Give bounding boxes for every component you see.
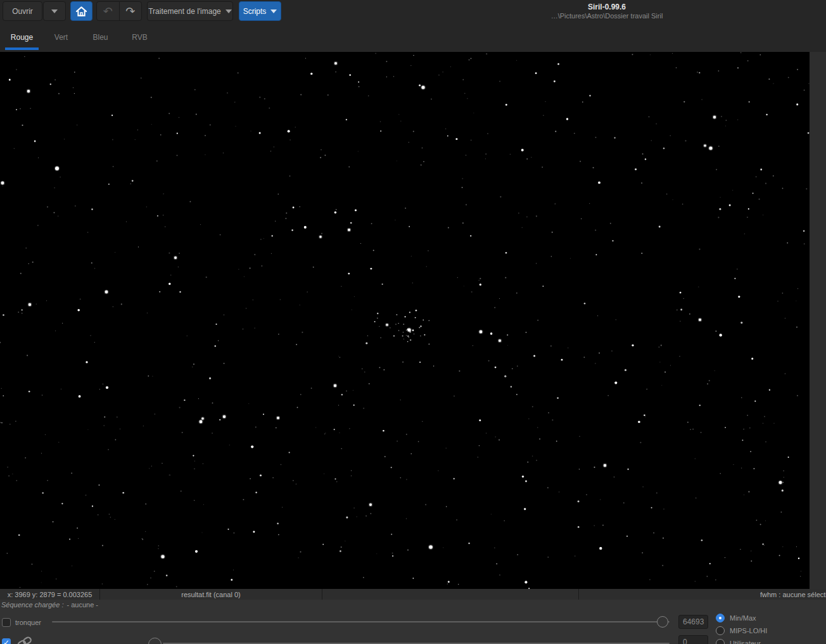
open-button-label: Ouvrir: [12, 7, 33, 16]
user-radio[interactable]: [716, 639, 725, 644]
cursor-position-status: x: 3969 y: 2879 = 0.003265: [0, 589, 99, 600]
hi-value-input[interactable]: 64693: [678, 615, 708, 629]
tab-bleu[interactable]: Bleu: [86, 23, 115, 52]
tab-rouge[interactable]: Rouge: [5, 23, 39, 52]
app-title: Siril-0.99.6: [512, 3, 702, 11]
tab-bleu-label: Bleu: [92, 33, 108, 42]
lo-value-text: 0: [683, 638, 687, 644]
tab-rouge-label: Rouge: [11, 33, 33, 42]
undo-button[interactable]: ↶: [97, 2, 119, 20]
sequence-value: - aucune -: [67, 601, 98, 609]
channel-tabbar: Rouge Vert Bleu RVB: [0, 23, 826, 52]
tab-rvb[interactable]: RVB: [125, 23, 154, 52]
filename-status: resultat.fit (canal 0): [100, 589, 322, 600]
active-tab-underline: [5, 47, 39, 50]
mips-radio[interactable]: [716, 626, 725, 635]
window-title-block: Siril-0.99.6 …\Pictures\Astro\Dossier tr…: [512, 3, 702, 20]
redo-button[interactable]: ↷: [120, 2, 142, 20]
hi-value-text: 64693: [683, 617, 704, 626]
display-controls: tronquer 64693 Min/Max MIPS-LO/HI Auto a…: [0, 610, 826, 644]
fwhm-status: fwhm : aucune sélection: [760, 589, 826, 600]
undo-redo-group: ↶ ↷: [96, 1, 142, 21]
check-icon: ✓: [3, 638, 10, 644]
working-directory: …\Pictures\Astro\Dossier travail Siril: [512, 12, 702, 20]
statusbar: x: 3969 y: 2879 = 0.003265 resultat.fit …: [0, 589, 826, 600]
sequence-row: Séquence chargée : - aucune -: [0, 600, 826, 610]
tab-vert-label: Vert: [54, 33, 68, 42]
chevron-down-icon: [270, 9, 277, 13]
hi-slider-track[interactable]: [52, 621, 670, 622]
chevron-down-icon: [51, 9, 58, 13]
sequence-label: Séquence chargée :: [1, 601, 63, 609]
open-dropdown-button[interactable]: [43, 1, 66, 21]
tab-rvb-label: RVB: [132, 33, 147, 42]
link-checkbox[interactable]: ✓: [2, 638, 11, 644]
siril-window: Ouvrir ↶ ↷ Traitement de l'image: [0, 0, 826, 644]
redo-icon: ↷: [125, 6, 135, 17]
open-button[interactable]: Ouvrir: [3, 1, 42, 21]
home-icon: [75, 6, 87, 17]
undo-icon: ↶: [103, 6, 113, 17]
scripts-label: Scripts: [243, 7, 267, 16]
minmax-radio[interactable]: [716, 614, 725, 622]
chain-link-icon: [16, 635, 33, 644]
chevron-down-icon: [226, 9, 232, 13]
mips-label: MIPS-LO/HI: [730, 627, 767, 635]
image-processing-menu-button[interactable]: Traitement de l'image: [147, 1, 233, 21]
toolbar: Ouvrir ↶ ↷ Traitement de l'image: [0, 0, 826, 23]
lo-slider-handle[interactable]: [148, 638, 162, 644]
image-processing-label: Traitement de l'image: [148, 7, 221, 16]
image-canvas[interactable]: [0, 52, 810, 589]
user-label: Utilisateur: [730, 640, 761, 644]
minmax-label: Min/Max: [730, 614, 756, 622]
hi-slider-handle[interactable]: [657, 616, 668, 628]
starfield-image: [0, 52, 810, 589]
truncate-checkbox[interactable]: [2, 618, 11, 627]
home-button[interactable]: [70, 1, 92, 21]
scripts-menu-button[interactable]: Scripts: [239, 1, 281, 21]
lo-value-input[interactable]: 0: [678, 635, 708, 644]
tab-vert[interactable]: Vert: [48, 23, 75, 52]
truncate-label: tronquer: [15, 619, 41, 626]
